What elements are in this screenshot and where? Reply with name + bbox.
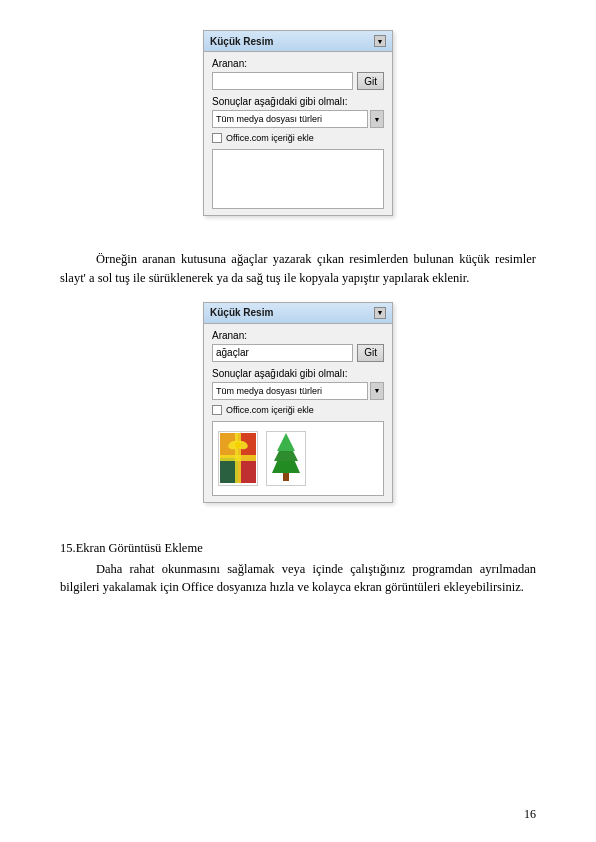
dialog1-titlebar: Küçük Resim ▼ <box>204 31 392 52</box>
dialog2-select-row: Tüm medya dosyası türleri ▼ <box>212 382 384 400</box>
dialog2-search-row: Git <box>212 344 384 362</box>
dialog2-collapse-btn[interactable]: ▼ <box>374 307 386 319</box>
dialog2-select[interactable]: Tüm medya dosyası türleri <box>212 382 368 400</box>
dialog2-checkbox-label: Office.com içeriği ekle <box>226 405 314 415</box>
dialog1-checkbox[interactable] <box>212 133 222 143</box>
paragraph2: Daha rahat okunmasını sağlamak veya için… <box>60 560 536 598</box>
dialog1-container: Küçük Resim ▼ Aranan: Git Sonuçlar aşağı… <box>60 30 536 234</box>
dialog2-select-arrow[interactable]: ▼ <box>370 382 384 400</box>
section15-heading-text: 15.Ekran Görüntüsü Ekleme <box>60 541 203 555</box>
dialog2-body: Aranan: Git Sonuçlar aşağıdaki gibi olma… <box>204 324 392 502</box>
paragraph1-indent <box>60 250 96 269</box>
svg-rect-11 <box>283 473 289 481</box>
dialog2-search-label: Aranan: <box>212 330 384 341</box>
dialog1-checkbox-row: Office.com içeriği ekle <box>212 133 384 143</box>
dialog1-preview-area <box>212 149 384 209</box>
dialog1-search-input[interactable] <box>212 72 353 90</box>
svg-point-9 <box>235 442 241 448</box>
dialog1: Küçük Resim ▼ Aranan: Git Sonuçlar aşağı… <box>203 30 393 216</box>
dialog2-preview-area <box>212 421 384 496</box>
dialog1-collapse-btn[interactable]: ▼ <box>374 35 386 47</box>
dialog2: Küçük Resim ▼ Aranan: Git Sonuçlar aşağı… <box>203 302 393 503</box>
dialog2-titlebar: Küçük Resim ▼ <box>204 303 392 324</box>
dialog1-title: Küçük Resim <box>210 36 273 47</box>
dialog2-container: Küçük Resim ▼ Aranan: Git Sonuçlar aşağı… <box>60 302 536 521</box>
dialog2-results-label: Sonuçlar aşağıdaki gibi olmalı: <box>212 368 384 379</box>
thumbnail-gift[interactable] <box>218 431 258 486</box>
dialog1-select-row: Tüm medya dosyası türleri ▼ <box>212 110 384 128</box>
dialog1-search-label: Aranan: <box>212 58 384 69</box>
dialog1-select-arrow[interactable]: ▼ <box>370 110 384 128</box>
dialog1-search-btn[interactable]: Git <box>357 72 384 90</box>
dialog2-search-btn[interactable]: Git <box>357 344 384 362</box>
dialog1-search-row: Git <box>212 72 384 90</box>
paragraph2-indent <box>60 560 96 579</box>
paragraph1: Örneğin aranan kutusuna ağaçlar yazarak … <box>60 250 536 288</box>
dialog2-checkbox[interactable] <box>212 405 222 415</box>
svg-rect-6 <box>235 433 241 483</box>
dialog2-checkbox-row: Office.com içeriği ekle <box>212 405 384 415</box>
thumbnail-tree[interactable] <box>266 431 306 486</box>
dialog1-select[interactable]: Tüm medya dosyası türleri <box>212 110 368 128</box>
dialog1-body: Aranan: Git Sonuçlar aşağıdaki gibi olma… <box>204 52 392 215</box>
dialog2-search-input[interactable] <box>212 344 353 362</box>
paragraph1-text: Örneğin aranan kutusuna ağaçlar yazarak … <box>60 252 536 285</box>
page: Küçük Resim ▼ Aranan: Git Sonuçlar aşağı… <box>0 0 596 842</box>
dialog2-title: Küçük Resim <box>210 307 273 318</box>
paragraph2-text: Daha rahat okunmasını sağlamak veya için… <box>60 562 536 595</box>
dialog1-results-label: Sonuçlar aşağıdaki gibi olmalı: <box>212 96 384 107</box>
section15-heading: 15.Ekran Görüntüsü Ekleme <box>60 541 536 556</box>
page-number: 16 <box>524 807 536 822</box>
dialog1-checkbox-label: Office.com içeriği ekle <box>226 133 314 143</box>
